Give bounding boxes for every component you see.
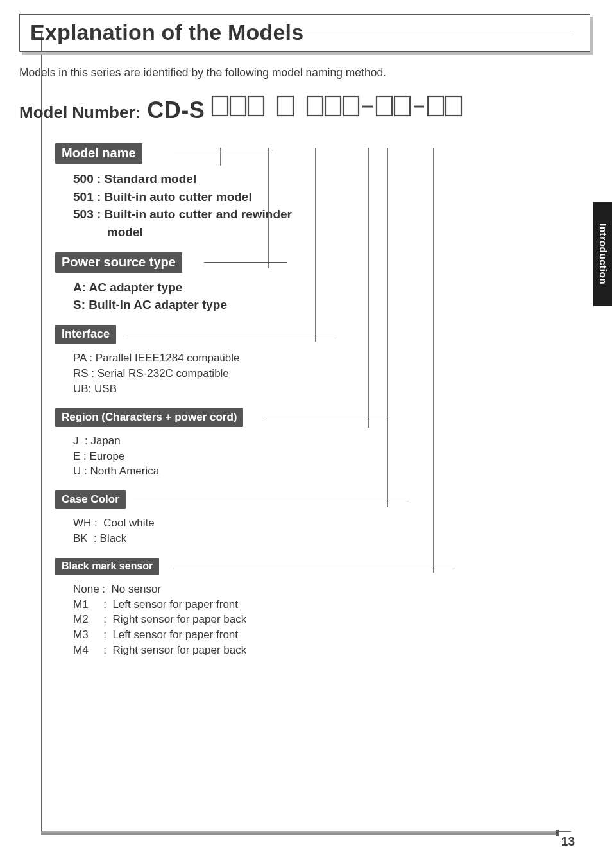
page-content: Explanation of the Models Models in this… [0, 0, 612, 666]
case-color-line: WH : Cool white [73, 516, 590, 531]
svg-rect-11 [428, 96, 443, 116]
model-prefix: CD-S [147, 97, 205, 124]
header-black-mark: Black mark sensor [55, 558, 159, 575]
section-region: Region (Characters + power cord) J : Jap… [55, 408, 590, 487]
svg-rect-12 [446, 96, 461, 116]
interface-line: UB: USB [73, 381, 590, 397]
svg-rect-8 [377, 96, 392, 116]
header-interface: Interface [55, 325, 116, 344]
black-mark-line: M3 : Left sensor for paper front [73, 627, 590, 643]
power-source-line: S: Built-in AC adapter type [73, 297, 590, 314]
case-color-line: BK : Black [73, 531, 590, 546]
model-name-line: 501 : Built-in auto cutter model [73, 188, 590, 206]
region-line: U : North America [73, 464, 590, 479]
page-number: 13 [561, 835, 575, 849]
black-mark-line: M4 : Right sensor for paper back [73, 643, 590, 658]
page-title: Explanation of the Models [30, 20, 579, 45]
model-number-line: Model Number: CD-S [19, 95, 590, 124]
section-power-source: Power source type A: AC adapter type S: … [55, 252, 590, 321]
svg-rect-4 [307, 96, 323, 116]
header-model-name: Model name [55, 143, 142, 164]
black-mark-line: None : No sensor [73, 582, 590, 597]
model-name-line: 503 : Built-in auto cutter and rewinder [73, 205, 590, 223]
svg-rect-0 [212, 96, 228, 116]
interface-line: PA : Parallel IEEE1284 compatible [73, 351, 590, 366]
region-line: J : Japan [73, 433, 590, 449]
svg-rect-2 [248, 96, 264, 116]
svg-rect-5 [325, 96, 341, 116]
model-name-line: model [73, 223, 590, 241]
title-box: Explanation of the Models [19, 14, 590, 52]
black-mark-line: M1 : Left sensor for paper front [73, 597, 590, 612]
svg-rect-6 [343, 96, 359, 116]
section-case-color: Case Color WH : Cool white BK : Black [55, 490, 590, 554]
svg-rect-9 [395, 96, 410, 116]
footer-rule [41, 831, 556, 835]
model-name-line: 500 : Standard model [73, 170, 590, 188]
footer-tick [556, 830, 559, 836]
section-black-mark: Black mark sensor None : No sensor M1 : … [55, 558, 590, 666]
header-power-source: Power source type [55, 252, 182, 273]
svg-rect-3 [278, 96, 293, 116]
model-placeholder-boxes [211, 95, 533, 118]
svg-rect-1 [230, 96, 246, 116]
region-line: E : Europe [73, 449, 590, 464]
model-number-label: Model Number: [19, 103, 140, 123]
section-model-name: Model name 500 : Standard model 501 : Bu… [55, 143, 590, 248]
black-mark-line: M2 : Right sensor for paper back [73, 612, 590, 627]
intro-text: Models in this series are identified by … [19, 66, 590, 80]
power-source-line: A: AC adapter type [73, 279, 590, 297]
header-region: Region (Characters + power cord) [55, 408, 243, 427]
section-interface: Interface PA : Parallel IEEE1284 compati… [55, 325, 590, 404]
interface-line: RS : Serial RS-232C compatible [73, 366, 590, 381]
header-case-color: Case Color [55, 490, 126, 509]
